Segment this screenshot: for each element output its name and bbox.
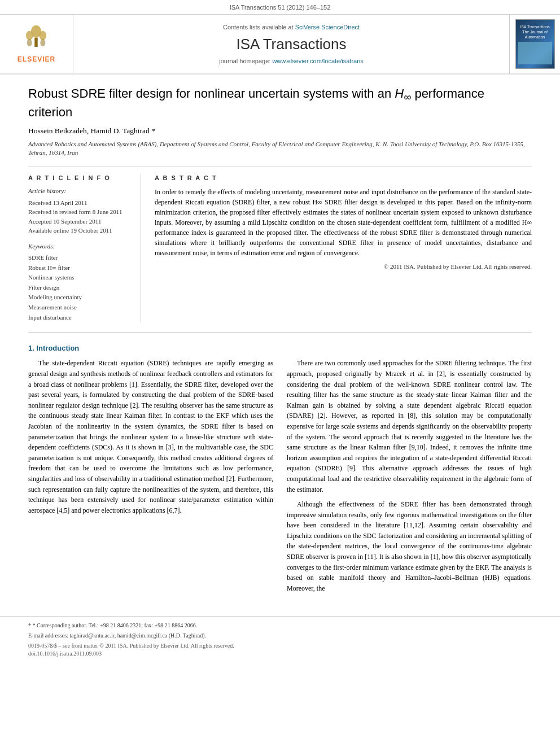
intro-two-col: The state-dependent Riccati equation (SD…: [28, 358, 532, 593]
keywords-label: Keywords:: [28, 242, 132, 251]
homepage-url[interactable]: www.elsevier.com/locate/isatrans: [272, 58, 363, 64]
svg-point-1: [26, 31, 33, 40]
article-info-heading: A R T I C L E I N F O: [28, 174, 132, 182]
svg-point-4: [27, 39, 32, 46]
revised-date: Received in revised form 8 June 2011: [28, 207, 132, 217]
journal-info: ISA Transactions 51 (2012) 146–152: [230, 4, 331, 11]
journal-cover-label: ISA TransactionsThe Journal of Automatio…: [518, 24, 552, 40]
kw1: SDRE filter: [28, 253, 132, 263]
elsevier-logo: ELSEVIER: [18, 24, 55, 64]
footnote-corresponding: * * Corresponding author. Tel.: +98 21 8…: [28, 621, 532, 630]
journal-cover-graphic: [518, 42, 552, 64]
intro-r1: There are two commonly used approaches f…: [287, 358, 532, 495]
footnote-star: *: [28, 622, 33, 628]
intro-col-left: The state-dependent Riccati equation (SD…: [28, 358, 273, 593]
body-section: 1. Introduction The state-dependent Ricc…: [28, 343, 532, 593]
intro-p1: The state-dependent Riccati equation (SD…: [28, 358, 273, 516]
elsevier-logo-area: ELSEVIER: [0, 15, 73, 73]
article-authors: Hossein Beikzadeh, Hamid D. Taghirad *: [28, 126, 532, 137]
history-label: Article history:: [28, 187, 132, 195]
issn-text: 0019-0578/$ – see front matter © 2011 IS…: [28, 643, 234, 649]
svg-point-2: [40, 31, 47, 40]
kw6: Measurement noise: [28, 303, 132, 313]
intro-section-title: 1. Introduction: [28, 343, 532, 353]
footnote-emails: E-mail addresses: taghirad@kntu.ac.ir, h…: [28, 631, 532, 640]
doi-text: doi:10.1016/j.isatra.2011.09.003: [28, 650, 102, 657]
footnote-corresponding-text: * Corresponding author. Tel.: +98 21 840…: [33, 622, 198, 628]
svg-point-5: [41, 39, 46, 46]
kw2: Robust H∞ filter: [28, 263, 132, 273]
footer-issn: 0019-0578/$ – see front matter © 2011 IS…: [28, 642, 234, 658]
received-date: Received 13 April 2011: [28, 198, 132, 208]
authors-text: Hossein Beikzadeh, Hamid D. Taghirad *: [28, 126, 155, 135]
copyright-text: © 2011 ISA. Published by Elsevier Ltd. A…: [155, 263, 532, 271]
body-divider: [28, 333, 532, 333]
intro-col-right: There are two commonly used approaches f…: [287, 358, 532, 593]
footer-bottom: 0019-0578/$ – see front matter © 2011 IS…: [28, 642, 532, 658]
article-affiliation: Advanced Robotics and Automated Systems …: [28, 140, 532, 158]
available-date: Available online 19 October 2011: [28, 226, 132, 235]
abstract-text: In order to remedy the effects of modeli…: [155, 187, 532, 258]
elsevier-tree-icon: [22, 24, 50, 53]
intro-r2: Although the effectiveness of the SDRE f…: [287, 499, 532, 593]
intro-text-right-p1: There are two commonly used approaches f…: [287, 358, 532, 495]
elsevier-text-label: ELSEVIER: [18, 55, 55, 64]
page-wrapper: ISA Transactions 51 (2012) 146–152 ELSEV…: [0, 0, 560, 662]
h-inf-symbol: H∞: [395, 86, 411, 101]
footer-area: * * Corresponding author. Tel.: +98 21 8…: [0, 616, 560, 662]
journal-cover-image: ISA TransactionsThe Journal of Automatio…: [515, 19, 555, 69]
abstract-col: A B S T R A C T In order to remedy the e…: [155, 174, 532, 322]
article-info-col: A R T I C L E I N F O Article history: R…: [28, 174, 141, 322]
intro-text-left: The state-dependent Riccati equation (SD…: [28, 358, 273, 516]
journal-name: ISA Transactions: [236, 34, 346, 54]
kw5: Modeling uncertainty: [28, 292, 132, 303]
kw7: Input disturbance: [28, 313, 132, 323]
journal-title-area: Contents lists available at SciVerse Sci…: [73, 15, 509, 73]
sciverse-line: Contents lists available at SciVerse Sci…: [223, 23, 360, 32]
abstract-heading: A B S T R A C T: [155, 174, 532, 182]
article-content: Robust SDRE filter design for nonlinear …: [0, 75, 560, 605]
journal-cover-area: ISA TransactionsThe Journal of Automatio…: [509, 15, 560, 73]
article-info-abstract: A R T I C L E I N F O Article history: R…: [28, 174, 532, 322]
accepted-date: Accepted 10 September 2011: [28, 217, 132, 226]
journal-homepage: journal homepage: www.elsevier.com/locat…: [219, 57, 364, 65]
article-divider: [28, 167, 532, 167]
sciverse-prefix: Contents lists available at: [223, 24, 295, 30]
sciverse-link[interactable]: SciVerse ScienceDirect: [295, 24, 360, 30]
article-title: Robust SDRE filter design for nonlinear …: [28, 86, 532, 120]
top-bar: ISA Transactions 51 (2012) 146–152: [0, 0, 560, 15]
kw4: Filter design: [28, 283, 132, 293]
svg-rect-3: [35, 38, 38, 47]
kw3: Nonlinear systems: [28, 273, 132, 283]
homepage-label: journal homepage:: [219, 58, 270, 64]
journal-header: ELSEVIER Contents lists available at Sci…: [0, 15, 560, 75]
footnote-email-text: E-mail addresses: taghirad@kntu.ac.ir, h…: [28, 632, 206, 639]
intro-text-right-p2: Although the effectiveness of the SDRE f…: [287, 499, 532, 593]
